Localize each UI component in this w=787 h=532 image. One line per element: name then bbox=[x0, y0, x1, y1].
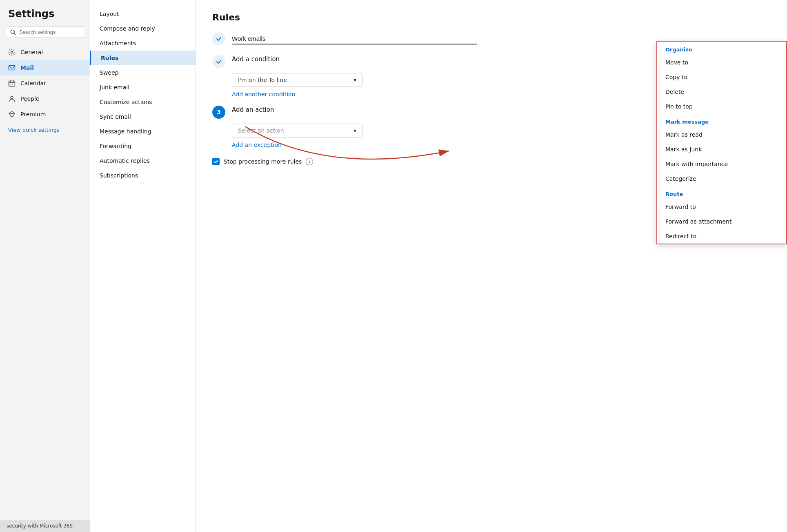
popup-item-mark-importance[interactable]: Mark with importance bbox=[657, 157, 786, 171]
mail-icon bbox=[8, 64, 16, 71]
middle-item-subscriptions[interactable]: Subscriptions bbox=[90, 168, 196, 183]
middle-item-rules[interactable]: Rules bbox=[90, 51, 196, 65]
middle-item-layout[interactable]: Layout bbox=[90, 7, 196, 21]
sidebar-item-calendar-label: Calendar bbox=[20, 80, 46, 86]
condition-label: Add a condition bbox=[232, 55, 280, 63]
people-icon bbox=[8, 95, 16, 102]
sidebar: Settings General Mail Calendar bbox=[0, 0, 90, 532]
step3-badge: 3 bbox=[212, 106, 225, 119]
action-dropdown-popup: Organize Move to Copy to Delete Pin to t… bbox=[656, 41, 787, 244]
popup-item-mark-junk[interactable]: Mark as Junk bbox=[657, 142, 786, 157]
sidebar-item-people-label: People bbox=[20, 95, 40, 102]
main-content: Rules Add a condition I'm on the To line… bbox=[196, 0, 787, 532]
middle-item-compose[interactable]: Compose and reply bbox=[90, 21, 196, 36]
condition-value: I'm on the To line bbox=[238, 77, 287, 83]
sidebar-title: Settings bbox=[0, 8, 90, 26]
popup-item-forward-attachment[interactable]: Forward as attachment bbox=[657, 214, 786, 229]
svg-rect-5 bbox=[10, 84, 11, 84]
bottom-bar: security with Microsoft 365 bbox=[0, 520, 90, 532]
popup-item-redirect[interactable]: Redirect to bbox=[657, 229, 786, 244]
popup-item-delete[interactable]: Delete bbox=[657, 84, 786, 99]
add-exception-link[interactable]: Add an exception bbox=[232, 142, 282, 148]
middle-item-attachments[interactable]: Attachments bbox=[90, 36, 196, 51]
rule-name-input[interactable] bbox=[232, 33, 477, 44]
popup-header-route: Route bbox=[657, 186, 786, 200]
sidebar-item-general-label: General bbox=[20, 49, 43, 55]
search-box[interactable] bbox=[6, 26, 84, 38]
info-icon[interactable]: i bbox=[306, 158, 313, 165]
popup-item-pin[interactable]: Pin to top bbox=[657, 99, 786, 114]
condition-dropdown[interactable]: I'm on the To line ▾ bbox=[232, 73, 362, 87]
page-title: Rules bbox=[212, 12, 771, 22]
middle-item-sync[interactable]: Sync email bbox=[90, 109, 196, 124]
step2-check bbox=[212, 55, 225, 68]
popup-header-mark: Mark message bbox=[657, 114, 786, 127]
middle-item-junk[interactable]: Junk email bbox=[90, 80, 196, 95]
popup-header-organize: Organize bbox=[657, 42, 786, 55]
sidebar-item-general[interactable]: General bbox=[0, 44, 90, 60]
popup-item-forward-to[interactable]: Forward to bbox=[657, 200, 786, 214]
popup-item-move-to[interactable]: Move to bbox=[657, 55, 786, 70]
action-chevron: ▾ bbox=[353, 127, 356, 134]
popup-item-categorize[interactable]: Categorize bbox=[657, 171, 786, 186]
sidebar-item-premium[interactable]: Premium bbox=[0, 106, 90, 122]
view-quick-settings-link[interactable]: View quick settings bbox=[0, 124, 90, 135]
svg-point-2 bbox=[11, 51, 13, 53]
checkmark2-icon bbox=[216, 58, 222, 65]
middle-item-auto[interactable]: Automatic replies bbox=[90, 153, 196, 168]
svg-point-7 bbox=[11, 96, 13, 99]
action-dropdown[interactable]: Select an action ▾ bbox=[232, 124, 362, 137]
popup-item-copy-to[interactable]: Copy to bbox=[657, 70, 786, 84]
gear-icon bbox=[8, 49, 16, 56]
bottom-bar-text: security with Microsoft 365 bbox=[7, 523, 73, 529]
stop-processing-checkbox[interactable] bbox=[212, 158, 220, 165]
calendar-icon bbox=[8, 80, 16, 87]
add-condition-link[interactable]: Add another condition bbox=[232, 91, 295, 98]
search-icon bbox=[10, 29, 16, 35]
popup-item-mark-read[interactable]: Mark as read bbox=[657, 127, 786, 142]
diamond-icon bbox=[8, 111, 16, 118]
svg-rect-6 bbox=[12, 84, 13, 84]
checkmark-icon bbox=[216, 35, 222, 42]
step1-check bbox=[212, 32, 225, 45]
action-placeholder: Select an action bbox=[238, 127, 284, 134]
sidebar-item-calendar[interactable]: Calendar bbox=[0, 75, 90, 91]
middle-item-forwarding[interactable]: Forwarding bbox=[90, 139, 196, 153]
checkbox-check-icon bbox=[213, 159, 218, 164]
action-label: Add an action bbox=[232, 106, 274, 113]
middle-item-handling[interactable]: Message handling bbox=[90, 124, 196, 139]
middle-item-customize[interactable]: Customize actions bbox=[90, 95, 196, 109]
middle-column: Layout Compose and reply Attachments Rul… bbox=[90, 0, 196, 532]
svg-rect-3 bbox=[9, 66, 15, 70]
middle-item-sweep[interactable]: Sweep bbox=[90, 65, 196, 80]
sidebar-item-premium-label: Premium bbox=[20, 111, 46, 117]
sidebar-item-people[interactable]: People bbox=[0, 91, 90, 106]
condition-chevron: ▾ bbox=[353, 77, 356, 83]
stop-processing-label: Stop processing more rules bbox=[224, 158, 302, 165]
sidebar-item-mail[interactable]: Mail bbox=[0, 60, 90, 75]
search-input[interactable] bbox=[19, 29, 80, 35]
svg-line-1 bbox=[14, 33, 16, 35]
sidebar-item-mail-label: Mail bbox=[20, 64, 34, 71]
